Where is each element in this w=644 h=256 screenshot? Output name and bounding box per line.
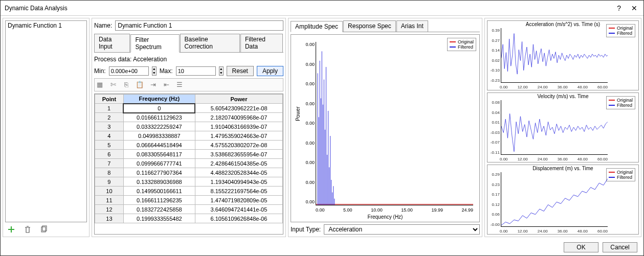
- table-row[interactable]: 40.0499833388871.4795359024663e-07: [95, 131, 283, 141]
- main-window: Dynamic Data Analysis ? ✕ Dynamic Functi…: [0, 0, 644, 256]
- timeseries-pane: Acceleration (m/s^2) vs. Time (s) Origin…: [484, 18, 641, 237]
- table-row[interactable]: 110.16661112962351.4740719820809e-05: [95, 196, 283, 205]
- input-type-label: Input Type:: [291, 226, 321, 233]
- table-row[interactable]: 60.08330556481173.5386823655954e-07: [95, 150, 283, 159]
- th-power[interactable]: Power: [195, 95, 282, 104]
- paste-icon[interactable]: 📋: [136, 81, 144, 89]
- table-row[interactable]: 30.03332222592471.9104063166939e-07: [95, 122, 283, 131]
- spectrum-tabs: Amplitude Spec Response Spec Arias Int: [291, 20, 480, 32]
- insert-row-icon[interactable]: ⇥: [149, 81, 157, 89]
- input-type-select[interactable]: Acceleration: [324, 224, 480, 235]
- window-title: Dynamic Data Analysis: [5, 5, 615, 12]
- tab-filtered-data[interactable]: Filtered Data: [240, 34, 283, 52]
- main-tabs: Data Input Filter Spectrum Baseline Corr…: [94, 34, 283, 53]
- acceleration-chart: Acceleration (m/s^2) vs. Time (s) Origin…: [487, 20, 639, 90]
- name-input[interactable]: [115, 20, 283, 31]
- copy-icon[interactable]: [40, 225, 48, 234]
- spectrum-pane: Amplitude Spec Response Spec Arias Int O…: [288, 18, 482, 237]
- table-row[interactable]: 70.09996667777412.4286461504385e-05: [95, 159, 283, 168]
- copy-icon[interactable]: ⎘: [122, 81, 130, 89]
- min-label: Min:: [94, 67, 106, 75]
- table-row[interactable]: 120.18327224258583.6460947241441e-05: [95, 205, 283, 214]
- plot-icon[interactable]: ☰: [175, 81, 184, 89]
- table-row[interactable]: 105.6054230962221e-08: [95, 104, 283, 113]
- delete-icon[interactable]: [24, 225, 32, 234]
- select-icon[interactable]: ▦: [96, 81, 104, 89]
- cut-icon[interactable]: ✄: [109, 81, 117, 89]
- reset-button[interactable]: Reset: [227, 66, 254, 76]
- power-plot-area: [316, 42, 473, 205]
- function-list-item[interactable]: Dynamic Function 1: [8, 22, 84, 29]
- function-list-tools: [5, 222, 87, 235]
- min-spinner[interactable]: ▲▼: [152, 66, 157, 76]
- delete-row-icon[interactable]: ⇤: [162, 81, 170, 89]
- properties-pane: Name: Data Input Filter Spectrum Baselin…: [92, 18, 286, 237]
- power-ylabel: Power: [295, 106, 301, 121]
- tab-arias-int[interactable]: Arias Int: [396, 20, 428, 32]
- table-row[interactable]: 20.01666111296232.1820740095968e-07: [95, 113, 283, 122]
- table-row[interactable]: 130.19993335554826.1056109626848e-06: [95, 214, 283, 223]
- th-point[interactable]: Point: [95, 95, 124, 104]
- table-row[interactable]: 90.13328890369881.1934040994943e-05: [95, 177, 283, 187]
- table-toolbar: ▦ ✄ ⎘ 📋 ⇥ ⇤ ☰: [94, 78, 283, 91]
- min-input[interactable]: [109, 66, 149, 76]
- tab-data-input[interactable]: Data Input: [94, 34, 130, 52]
- velocity-chart: Velocity (m/s) vs. Time OriginalFiltered…: [487, 92, 639, 162]
- max-label: Max:: [160, 67, 173, 75]
- power-xlabel: Frequency (Hz): [368, 214, 403, 220]
- max-spinner[interactable]: ▲▼: [219, 66, 224, 76]
- dialog-footer: OK Cancel: [1, 239, 643, 255]
- ok-button[interactable]: OK: [564, 242, 598, 252]
- tab-amplitude-spec[interactable]: Amplitude Spec: [291, 21, 343, 32]
- max-input[interactable]: [176, 66, 216, 76]
- help-button[interactable]: ?: [615, 4, 623, 12]
- displacement-chart: Displacement (m) vs. Time OriginalFilter…: [487, 165, 639, 235]
- function-list[interactable]: Dynamic Function 1: [5, 20, 87, 222]
- cancel-button[interactable]: Cancel: [603, 242, 637, 252]
- tab-baseline-correction[interactable]: Baseline Correction: [180, 34, 240, 52]
- tab-filter-spectrum[interactable]: Filter Spectrum: [130, 34, 179, 53]
- name-label: Name:: [94, 22, 112, 29]
- close-button[interactable]: ✕: [629, 4, 639, 12]
- titlebar: Dynamic Data Analysis ? ✕: [1, 1, 643, 16]
- spectrum-table[interactable]: Point Frequency (Hz) Power 105.605423096…: [94, 94, 283, 235]
- th-frequency[interactable]: Frequency (Hz): [123, 95, 195, 104]
- power-spectrum-chart: Original Filtered Power Frequency (Hz) 0…: [291, 34, 480, 222]
- function-list-pane: Dynamic Function 1: [3, 18, 90, 237]
- table-row[interactable]: 100.14995001666118.1552221697564e-05: [95, 187, 283, 196]
- process-data-label: Process data: Acceleration: [94, 55, 283, 64]
- add-icon[interactable]: [7, 225, 15, 234]
- apply-button[interactable]: Apply: [257, 66, 283, 76]
- tab-response-spec[interactable]: Response Spec: [343, 20, 396, 32]
- table-row[interactable]: 80.11662779073644.4882320528344e-05: [95, 168, 283, 177]
- table-row[interactable]: 50.06664445184944.5755203802072e-08: [95, 141, 283, 150]
